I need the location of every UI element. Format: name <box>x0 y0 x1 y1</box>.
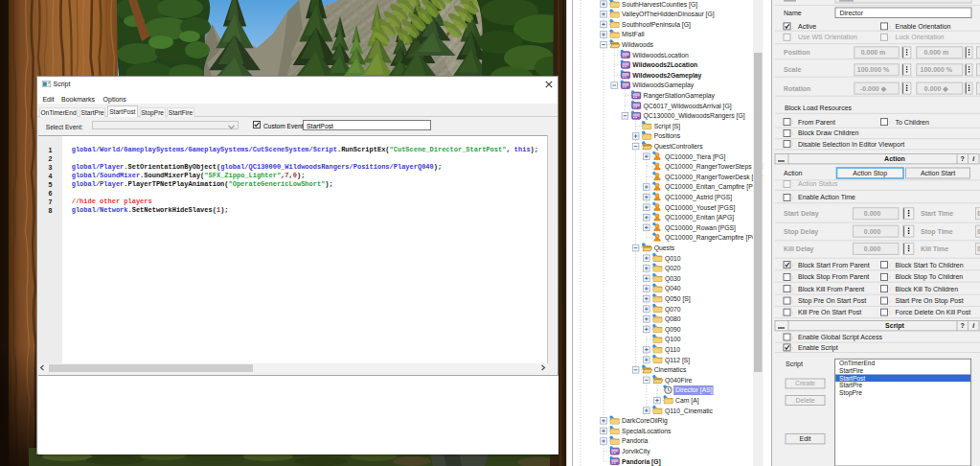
svg-text:Script: Script <box>786 361 803 368</box>
svg-text:Director [AS]: Director [AS] <box>675 386 713 394</box>
svg-text:Quests: Quests <box>653 245 674 252</box>
svg-text:Scale: Scale <box>784 66 801 73</box>
svg-text:JorvikCity: JorvikCity <box>622 448 650 455</box>
svg-text:MistFall: MistFall <box>622 31 645 37</box>
svg-text:Kill Pre On Start Post: Kill Pre On Start Post <box>798 309 861 315</box>
svg-text:Cam [A]: Cam [A] <box>675 397 699 405</box>
svg-text:Force Delete On Kill Post: Force Delete On Kill Post <box>896 309 971 315</box>
svg-text:Start Pre On Stop Post: Start Pre On Stop Post <box>896 297 964 305</box>
svg-text:Block Start To Children: Block Start To Children <box>896 262 964 268</box>
svg-text:Q040Fire: Q040Fire <box>664 377 692 384</box>
svg-text:RangerStationGameplay: RangerStationGameplay <box>643 92 715 100</box>
svg-text:Active: Active <box>798 23 816 30</box>
svg-text:Name: Name <box>784 10 802 16</box>
svg-text:QC10000_RangerTowerDesk [PG]: QC10000_RangerTowerDesk [PG] <box>664 174 763 181</box>
svg-text:Cinematics: Cinematics <box>653 366 686 373</box>
svg-text:Q030: Q030 <box>664 275 680 283</box>
svg-text:QC6017_WildwoodsArrival [G]: QC6017_WildwoodsArrival [G] <box>643 103 731 110</box>
svg-text:QC10000_Yousef [PGS]: QC10000_Yousef [PGS] <box>664 204 735 212</box>
svg-text:Stop Time: Stop Time <box>921 228 953 236</box>
svg-text:Action Status: Action Status <box>798 180 838 187</box>
svg-text:100.000 %: 100.000 % <box>921 66 953 73</box>
svg-text:StartFire: StartFire <box>839 367 864 374</box>
svg-text:Stop Delay: Stop Delay <box>784 228 818 236</box>
svg-text:QC10000_Enitan [APG]: QC10000_Enitan [APG] <box>664 214 733 221</box>
svg-text:Start Delay: Start Delay <box>784 210 819 218</box>
svg-text:Block Draw Children: Block Draw Children <box>798 129 859 136</box>
svg-text:Director: Director <box>840 10 864 16</box>
svg-text:Enable Script: Enable Script <box>798 344 838 352</box>
svg-text:0.000: 0.000 <box>864 228 881 235</box>
svg-text:Action: Action <box>784 170 803 176</box>
svg-text:StopPre: StopPre <box>839 389 862 397</box>
svg-text:Use WS Orientation: Use WS Orientation <box>798 34 857 40</box>
svg-text:Q020: Q020 <box>664 265 680 272</box>
svg-text:QC10000_Astrid [PGS]: QC10000_Astrid [PGS] <box>664 194 731 201</box>
svg-text:?: ? <box>961 155 965 162</box>
svg-text:QC10000_Tiera [PG]: QC10000_Tiera [PG] <box>664 153 725 161</box>
svg-text:0.000 m: 0.000 m <box>923 49 948 56</box>
svg-text:Position: Position <box>784 49 810 56</box>
svg-text:Q050 [S]: Q050 [S] <box>664 295 690 303</box>
svg-text:Block Stop To Children: Block Stop To Children <box>896 273 964 281</box>
svg-text:To Children: To Children <box>896 119 930 126</box>
svg-text:QC10000_Rowan [PGS]: QC10000_Rowan [PGS] <box>664 224 735 232</box>
svg-text:?: ? <box>961 322 965 329</box>
svg-text:ValleyOfTheHiddenDinosaur [G]: ValleyOfTheHiddenDinosaur [G] <box>622 11 715 18</box>
svg-text:-0.000 ◆: -0.000 ◆ <box>860 85 887 93</box>
svg-text:Stop Pre On Start Post: Stop Pre On Start Post <box>798 297 866 305</box>
svg-text:From Parent: From Parent <box>798 119 835 126</box>
svg-text:Wildwoods2Location: Wildwoods2Location <box>632 61 697 68</box>
svg-text:QC10000_RangerCampfire [PG]: QC10000_RangerCampfire [PG] <box>664 234 758 242</box>
svg-text:QC10000_Enitan_Campfire [PG]: QC10000_Enitan_Campfire [PG] <box>664 183 759 191</box>
svg-text:WildwoodsLocation: WildwoodsLocation <box>632 52 689 58</box>
svg-text:SouthhoofPeninsula [G]: SouthhoofPeninsula [G] <box>622 21 691 29</box>
svg-text:0.000 ◆: 0.000 ◆ <box>924 85 948 93</box>
svg-text:Disable Selection In Editor Vi: Disable Selection In Editor Viewport <box>798 141 904 149</box>
svg-text:Block Load Resources: Block Load Resources <box>785 105 853 111</box>
svg-text:QuestControllers: QuestControllers <box>653 143 703 151</box>
svg-text:Q070: Q070 <box>664 306 680 314</box>
svg-text:100.000 %: 100.000 % <box>857 66 890 73</box>
svg-text:SouthHarvestCounties [G]: SouthHarvestCounties [G] <box>622 1 697 9</box>
svg-text:Rotation: Rotation <box>784 85 810 92</box>
svg-text:WildwoodsGameplay: WildwoodsGameplay <box>632 82 694 89</box>
svg-text:SpecialLocations: SpecialLocations <box>622 428 672 435</box>
svg-text:Edit: Edit <box>799 435 810 442</box>
svg-text:Script [S]: Script [S] <box>653 123 680 130</box>
svg-text:Action: Action <box>884 155 905 162</box>
svg-text:Kill Time: Kill Time <box>921 245 948 252</box>
svg-text:Q040: Q040 <box>664 285 680 292</box>
svg-text:Kill Delay: Kill Delay <box>784 245 814 253</box>
svg-text:Block Start From Parent: Block Start From Parent <box>798 262 870 268</box>
svg-text:Positions: Positions <box>653 132 680 139</box>
svg-text:Q100: Q100 <box>664 336 680 343</box>
svg-text:Delete: Delete <box>795 397 814 404</box>
svg-text:0.000: 0.000 <box>864 210 881 217</box>
svg-text:Create: Create <box>795 380 815 386</box>
svg-text:Action Stop: Action Stop <box>853 170 887 177</box>
svg-text:Enable Orientation: Enable Orientation <box>896 23 951 30</box>
svg-text:0.000: 0.000 <box>864 245 881 252</box>
svg-text:Script: Script <box>885 322 905 330</box>
svg-text:Block Kill To Children: Block Kill To Children <box>896 286 959 292</box>
svg-text:Q010: Q010 <box>664 255 680 263</box>
svg-text:Enable Action Time: Enable Action Time <box>798 194 855 200</box>
svg-text:QC10000_RangerTowerSteps [PG]: QC10000_RangerTowerSteps [PG] <box>664 163 765 171</box>
svg-text:Start Time: Start Time <box>921 210 953 217</box>
svg-text:StartPre: StartPre <box>839 382 863 388</box>
svg-text:Block Kill From Parent: Block Kill From Parent <box>798 286 864 292</box>
svg-text:0.000 m: 0.000 m <box>861 49 886 56</box>
svg-text:Wildwoods2Gameplay: Wildwoods2Gameplay <box>632 72 701 80</box>
svg-text:Q110: Q110 <box>664 346 679 354</box>
svg-text:Pandoria: Pandoria <box>622 437 648 444</box>
svg-text:Wildwoods: Wildwoods <box>622 41 653 48</box>
svg-text:Pandoria [G]: Pandoria [G] <box>622 458 661 466</box>
svg-text:Q112 [S]: Q112 [S] <box>664 357 689 364</box>
svg-text:Q090: Q090 <box>664 326 680 334</box>
svg-text:Q110_Cinematic: Q110_Cinematic <box>664 408 713 415</box>
svg-text:DarkCoreOilRig: DarkCoreOilRig <box>622 417 668 425</box>
svg-text:Lock Orientation: Lock Orientation <box>896 34 945 40</box>
svg-text:Block Stop From Parent: Block Stop From Parent <box>798 273 869 281</box>
svg-text:Q080: Q080 <box>664 315 680 323</box>
